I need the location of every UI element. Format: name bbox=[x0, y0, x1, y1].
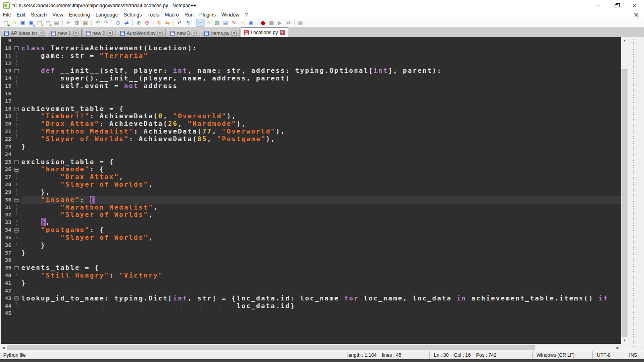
tab-close-icon[interactable] bbox=[231, 31, 237, 36]
horizontal-scrollbar-thumb[interactable] bbox=[7, 345, 535, 350]
code-text[interactable]: "Still Hungry": "Victory" bbox=[21, 272, 621, 280]
save-icon[interactable]: ▣ bbox=[19, 19, 27, 27]
code-text[interactable] bbox=[21, 98, 621, 105]
new-file-icon[interactable]: □+ bbox=[2, 19, 10, 27]
replace-icon[interactable]: ⇄ bbox=[122, 19, 131, 27]
open-folder-icon[interactable]: ▱ bbox=[10, 19, 19, 27]
tab-new-3[interactable]: new 3 bbox=[167, 29, 200, 37]
code-text[interactable]: events_table = { bbox=[21, 264, 621, 272]
code-text[interactable] bbox=[21, 151, 621, 158]
tab-close-icon[interactable] bbox=[39, 31, 44, 36]
fold-margin[interactable] bbox=[13, 45, 21, 52]
vertical-scrollbar[interactable]: ▲ ▼ bbox=[621, 37, 628, 344]
code-text[interactable]: }, bbox=[21, 189, 621, 196]
menu-edit[interactable]: Edit bbox=[14, 12, 28, 18]
code-text[interactable]: lookup_id_to_name: typing.Dict[int, str]… bbox=[21, 295, 621, 302]
scroll-left-arrow[interactable]: ◀ bbox=[0, 344, 7, 351]
tab-close-icon[interactable] bbox=[280, 30, 285, 35]
tab-close-icon[interactable] bbox=[73, 31, 78, 36]
code-text[interactable]: "Slayer of Worlds", bbox=[21, 234, 621, 242]
find-icon[interactable]: ⊙ bbox=[114, 19, 122, 27]
code-text[interactable]: self.event = not address bbox=[21, 82, 621, 90]
menu-run[interactable]: Run bbox=[182, 12, 196, 18]
menu-settings[interactable]: Settings bbox=[121, 12, 144, 18]
menubar-close-icon[interactable] bbox=[634, 13, 638, 17]
menu-language[interactable]: Language bbox=[93, 12, 121, 18]
macro-record-icon[interactable]: ● bbox=[259, 19, 267, 27]
fold-margin[interactable] bbox=[13, 67, 21, 75]
cut-icon[interactable]: ✂ bbox=[64, 19, 73, 27]
macro-play-icon[interactable]: ▶ bbox=[276, 19, 284, 27]
code-text[interactable]: } bbox=[21, 280, 621, 287]
zoom-out-icon[interactable]: ⊖ bbox=[143, 19, 151, 27]
code-text[interactable]: game: str = "Terraria" bbox=[21, 52, 621, 60]
tab-close-icon[interactable] bbox=[157, 31, 163, 36]
macro-run-multiple-icon[interactable]: ≫ bbox=[284, 19, 293, 27]
fold-collapse-icon[interactable] bbox=[14, 266, 19, 270]
menu-?[interactable]: ? bbox=[242, 12, 251, 18]
menu-tools[interactable]: Tools bbox=[144, 12, 162, 18]
fold-margin[interactable] bbox=[13, 166, 21, 173]
print-icon[interactable]: ▤ bbox=[52, 19, 61, 27]
fold-collapse-icon[interactable] bbox=[14, 168, 19, 172]
document-list-icon[interactable]: ▤ bbox=[221, 19, 230, 27]
code-text[interactable]: def __init__(self, player: int, name: st… bbox=[21, 67, 621, 75]
menu-plugins[interactable]: Plugins bbox=[196, 12, 219, 18]
fold-collapse-icon[interactable] bbox=[14, 69, 19, 73]
indent-guide-icon[interactable]: ≡ bbox=[196, 19, 204, 27]
document-map-icon[interactable]: ▨ bbox=[213, 19, 221, 27]
tab-locations.py[interactable]: Locations.py bbox=[241, 27, 288, 37]
tab-new-1[interactable]: new 1 bbox=[48, 29, 81, 37]
close-icon[interactable]: □× bbox=[35, 19, 44, 27]
menu-file[interactable]: File bbox=[0, 12, 14, 18]
minimize-button[interactable] bbox=[588, 0, 607, 11]
show-all-characters-icon[interactable]: ¶ bbox=[184, 19, 192, 27]
sync-horizontal-scroll-icon[interactable]: ⇆ bbox=[163, 19, 172, 27]
code-text[interactable]: "Timber!!": AchieveData(0, "Overworld"), bbox=[21, 113, 621, 120]
code-text[interactable]: "postgame": { bbox=[21, 226, 621, 234]
code-text[interactable]: super().__init__(player, name, address, … bbox=[21, 75, 621, 82]
menu-search[interactable]: Search bbox=[28, 12, 50, 18]
close-all-icon[interactable]: □× bbox=[44, 19, 52, 27]
fold-collapse-icon[interactable] bbox=[14, 160, 19, 164]
code-text[interactable]: }, bbox=[21, 219, 621, 226]
fold-collapse-icon[interactable] bbox=[14, 198, 19, 202]
save-macro-icon[interactable]: ▦ bbox=[296, 19, 305, 27]
code-text[interactable] bbox=[21, 37, 621, 45]
code-text[interactable]: "Slayer of Worlds": AchieveData(85, "Pos… bbox=[21, 136, 621, 143]
paste-icon[interactable]: ▦ bbox=[81, 19, 90, 27]
menu-window[interactable]: Window bbox=[219, 12, 242, 18]
code-text[interactable]: "insane": { bbox=[21, 196, 621, 204]
tab-items.py[interactable]: Items.py bbox=[201, 29, 239, 37]
edit-script-icon[interactable]: ✎ bbox=[230, 19, 238, 27]
code-text[interactable]: exclusion_table = { bbox=[21, 158, 621, 166]
scroll-down-arrow[interactable]: ▼ bbox=[621, 337, 628, 344]
code-text[interactable]: "hardmode": { bbox=[21, 166, 621, 173]
fold-margin[interactable] bbox=[13, 196, 21, 204]
code-text[interactable]: "Marathon Medalist", bbox=[21, 204, 621, 212]
scroll-right-arrow[interactable]: ▶ bbox=[614, 344, 621, 351]
menu-encoding[interactable]: Encoding bbox=[66, 12, 93, 18]
tab-autoworld.py[interactable]: AutoWorld.py bbox=[117, 29, 166, 37]
menu-view[interactable]: View bbox=[50, 12, 66, 18]
fold-margin[interactable] bbox=[13, 105, 21, 113]
right-splitter-gutter[interactable] bbox=[628, 37, 644, 350]
tab-ap-ideas.txt[interactable]: AP Ideas.txt bbox=[1, 29, 47, 37]
redo-icon[interactable]: ↷ bbox=[102, 19, 110, 27]
horizontal-scrollbar[interactable]: ◀ ▶ bbox=[0, 344, 621, 350]
zoom-in-icon[interactable]: ⊕ bbox=[134, 19, 143, 27]
scroll-up-arrow[interactable]: ▲ bbox=[621, 37, 628, 44]
code-text[interactable]: "Drax Attax": AchieveData(26, "Hardmode"… bbox=[21, 120, 621, 128]
menu-macro[interactable]: Macro bbox=[162, 12, 182, 18]
vertical-scrollbar-thumb[interactable] bbox=[621, 69, 627, 337]
fold-margin[interactable] bbox=[13, 226, 21, 234]
fold-margin[interactable] bbox=[13, 295, 21, 302]
code-text[interactable] bbox=[21, 90, 621, 98]
fold-margin[interactable] bbox=[13, 264, 21, 272]
tab-new-2[interactable]: new 2 bbox=[83, 29, 116, 37]
code-text[interactable]: "Marathon Medalist": AchieveData(77, "Ov… bbox=[21, 128, 621, 136]
code-text[interactable] bbox=[21, 60, 621, 68]
code-editor[interactable]: 910class TerrariaAchievement(Location):1… bbox=[0, 37, 621, 344]
tab-close-icon[interactable] bbox=[107, 31, 113, 36]
word-wrap-icon[interactable]: ↵ bbox=[175, 19, 184, 27]
